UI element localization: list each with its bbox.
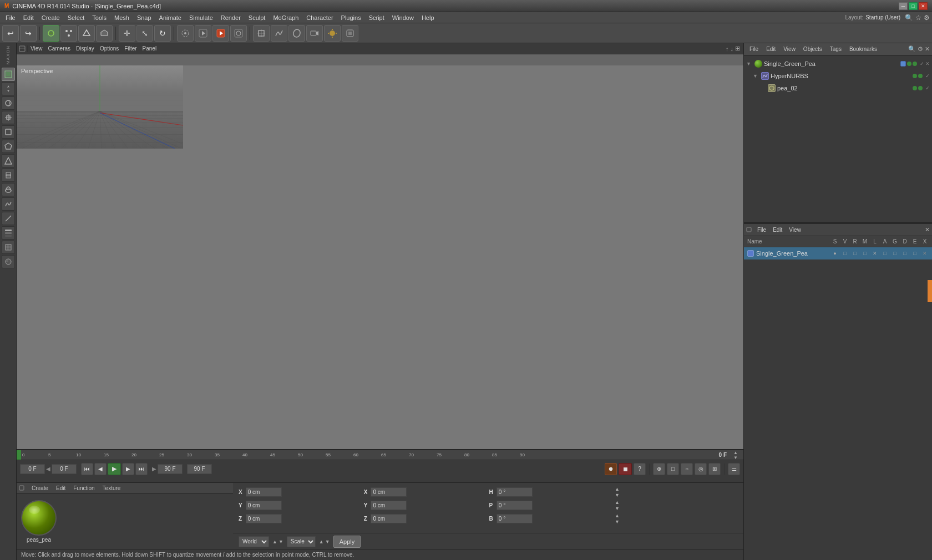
fps-input[interactable] — [187, 464, 212, 474]
viewport-display-menu[interactable]: Display — [73, 45, 97, 52]
mm-edit-button[interactable]: Edit — [770, 226, 785, 233]
menu-render[interactable]: Render — [217, 13, 244, 22]
tool-nurbs[interactable] — [2, 183, 15, 196]
scale-arrow-up[interactable]: ▲ — [319, 539, 324, 544]
mat-edit-button[interactable]: Edit — [53, 485, 68, 492]
menu-sculpt[interactable]: Sculpt — [245, 13, 269, 22]
tree-item-root[interactable]: ▼ Single_Green_Pea ✓ ✕ — [744, 58, 932, 70]
material-item[interactable]: peas_pea — [21, 500, 57, 543]
tool-polygon[interactable] — [2, 140, 15, 153]
timeline-ruler[interactable]: 0 5 10 15 20 25 30 35 40 45 50 55 60 65 … — [17, 450, 743, 460]
mat-create-button[interactable]: Create — [29, 485, 51, 492]
scene-object-button[interactable] — [342, 25, 358, 42]
om-search-icon[interactable]: 🔍 — [908, 45, 916, 53]
tool-extrude[interactable] — [2, 169, 15, 182]
menu-plugins[interactable]: Plugins — [338, 13, 364, 22]
mm-file-button[interactable]: File — [754, 226, 769, 233]
render-view-button[interactable] — [195, 25, 211, 42]
world-select[interactable]: World Object — [239, 536, 269, 547]
om-objects-button[interactable]: Objects — [800, 45, 825, 53]
menu-script[interactable]: Script — [366, 13, 388, 22]
render-settings-button[interactable] — [230, 25, 247, 42]
play-button[interactable]: ▶ — [108, 463, 121, 475]
mm-view-button[interactable]: View — [786, 226, 804, 233]
om-settings-icon[interactable]: ⚙ — [918, 45, 923, 53]
keyframe-add[interactable]: ⊕ — [653, 463, 665, 475]
tool-line[interactable] — [2, 212, 15, 225]
tool-scale[interactable] — [2, 111, 15, 124]
menu-edit[interactable]: Edit — [20, 13, 37, 22]
frame-scroll-arrows[interactable]: ▲ ▼ — [733, 450, 738, 460]
mat-function-button[interactable]: Function — [70, 485, 97, 492]
om-file-button[interactable]: File — [746, 45, 762, 53]
edge-mode-button[interactable] — [78, 25, 95, 42]
keyframe-auto[interactable]: ○ — [681, 463, 693, 475]
polygon-mode-button[interactable] — [96, 25, 113, 42]
undo-button[interactable]: ↩ — [2, 25, 19, 42]
material-row-1[interactable]: Single_Green_Pea ● □ □ □ ✕ □ □ □ □ ✕ — [744, 247, 932, 259]
menu-simulate[interactable]: Simulate — [186, 13, 216, 22]
keyframe-remove[interactable]: □ — [667, 463, 679, 475]
b-arrow[interactable]: ▲▼ — [615, 513, 620, 525]
live-selection-button[interactable] — [177, 25, 194, 42]
tool-spline2[interactable] — [2, 197, 15, 211]
h-arrow-up[interactable]: ▲▼ — [615, 486, 620, 498]
viewport-filter-menu[interactable]: Filter — [121, 45, 139, 52]
viewport-canvas[interactable]: Perspective — [17, 65, 743, 449]
tool-texture[interactable] — [2, 241, 15, 254]
om-tags-button[interactable]: Tags — [827, 45, 845, 53]
tool-rotate[interactable] — [2, 96, 15, 110]
keyframe-1[interactable]: ◎ — [695, 463, 707, 475]
rotate-tool-button[interactable]: ↻ — [154, 25, 171, 42]
om-bookmarks-button[interactable]: Bookmarks — [846, 45, 880, 53]
menu-animate[interactable]: Animate — [156, 13, 185, 22]
scale-arrow-down[interactable]: ▼ — [325, 539, 330, 544]
viewport-cameras-menu[interactable]: Cameras — [45, 45, 74, 52]
p-input[interactable]: 0 ° — [497, 501, 533, 510]
tree-item-pea[interactable]: pea_02 ✓ — [744, 82, 932, 94]
om-view-button[interactable]: View — [780, 45, 799, 53]
menu-character[interactable]: Character — [303, 13, 336, 22]
light-button[interactable] — [324, 25, 341, 42]
scale-tool-button[interactable]: ⤡ — [136, 25, 153, 42]
render-button[interactable] — [212, 25, 229, 42]
stop-button[interactable]: ⏹ — [619, 463, 632, 475]
b-input[interactable]: 0 ° — [497, 514, 533, 523]
move-tool-button[interactable]: ✛ — [119, 25, 135, 42]
om-close-icon[interactable]: ✕ — [925, 45, 930, 53]
keyframe-2[interactable]: ⊞ — [708, 463, 721, 475]
viewport-options-menu[interactable]: Options — [97, 45, 121, 52]
point-mode-button[interactable] — [60, 25, 77, 42]
y-pos-input[interactable]: 0 cm — [246, 501, 282, 510]
close-button[interactable]: ✕ — [919, 2, 928, 10]
coord-arrow-up[interactable]: ▲ — [272, 539, 277, 544]
orange-side-tab[interactable] — [928, 280, 932, 302]
go-start-button[interactable]: ⏮ — [81, 463, 93, 475]
current-frame-input[interactable] — [52, 464, 77, 474]
z-size-input[interactable]: 0 cm — [371, 514, 407, 523]
record-button[interactable]: ⏺ — [605, 463, 617, 475]
minimize-button[interactable]: ─ — [899, 2, 908, 10]
timeline-mode[interactable]: ⚌ — [728, 463, 740, 475]
end-frame-input[interactable] — [158, 464, 183, 474]
menu-tools[interactable]: Tools — [89, 13, 110, 22]
z-pos-input[interactable]: 0 cm — [246, 514, 282, 523]
om-edit-button[interactable]: Edit — [763, 45, 779, 53]
viewport-view-menu[interactable]: View — [28, 45, 45, 52]
tool-box[interactable] — [2, 125, 15, 139]
viewport-icon-2[interactable]: ↓ — [731, 45, 734, 52]
tree-item-nurbs[interactable]: ▼ HyperNURBS ✓ — [744, 70, 932, 82]
tool-paint[interactable] — [2, 226, 15, 240]
tool-move[interactable] — [2, 82, 15, 95]
viewport-panel-menu[interactable]: Panel — [140, 45, 160, 52]
deformer-button[interactable] — [288, 25, 305, 42]
next-frame-button[interactable]: ▶ — [122, 463, 134, 475]
p-arrow[interactable]: ▲▼ — [615, 500, 620, 511]
model-mode-button[interactable] — [43, 25, 59, 42]
menu-select[interactable]: Select — [64, 13, 88, 22]
tool-select[interactable] — [2, 68, 15, 81]
menu-window[interactable]: Window — [389, 13, 417, 22]
viewport-icon-3[interactable]: ⊞ — [735, 45, 740, 52]
tool-triangle[interactable] — [2, 154, 15, 167]
menu-snap[interactable]: Snap — [134, 13, 155, 22]
